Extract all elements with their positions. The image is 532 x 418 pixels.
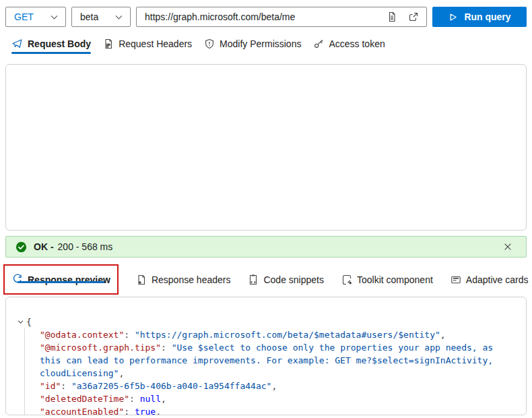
run-query-button[interactable]: Run query [432, 7, 527, 27]
code-text: "@odata.context": "https://graph.microso… [26, 328, 446, 341]
card-icon [451, 274, 461, 285]
url-input[interactable]: https://graph.microsoft.com/beta/me [136, 7, 427, 27]
play-icon [448, 12, 458, 22]
code-line: "@microsoft.graph.tips": "Use $select to… [17, 341, 519, 354]
tab-response-headers[interactable]: Response headers [136, 274, 231, 285]
key-icon [313, 38, 324, 49]
document-dot-icon [136, 274, 147, 285]
url-value: https://graph.microsoft.com/beta/me [145, 11, 379, 22]
code-line: "deletedDateTime": null, [17, 392, 519, 405]
wrench-document-icon [341, 274, 352, 285]
code-gutter [17, 380, 26, 392]
response-tabs: Response preview Response headers Code s… [5, 264, 527, 295]
status-detail: 200 - 568 ms [58, 241, 113, 252]
tab-label: Adaptive cards [466, 274, 529, 285]
code-line: "accountEnabled": true, [17, 405, 519, 415]
version-dropdown[interactable]: beta [71, 7, 131, 27]
send-icon [11, 38, 23, 49]
close-icon[interactable] [499, 238, 517, 256]
code-document-icon [248, 274, 259, 285]
shield-icon [204, 38, 215, 49]
tab-access-token[interactable]: Access token [307, 31, 391, 56]
document-icon[interactable] [383, 8, 401, 26]
annotation-box: Response preview [3, 264, 119, 295]
run-query-label: Run query [464, 11, 510, 22]
tab-code-snippets[interactable]: Code snippets [248, 274, 324, 285]
curved-arrow-icon [11, 274, 23, 285]
chevron-down-icon [50, 13, 59, 22]
document-grid-icon [103, 38, 114, 49]
method-label: GET [14, 11, 34, 22]
code-line: { [17, 316, 519, 328]
code-gutter [17, 367, 26, 380]
code-text: this can lead to performance improvement… [26, 354, 493, 367]
code-line: cloudLicensing", [17, 367, 519, 380]
tab-modify-permissions[interactable]: Modify Permissions [198, 31, 307, 56]
code-line: "id": "a36a7205-6f5b-406b-a040-1a954ffa4… [17, 380, 519, 392]
tab-toolkit-component[interactable]: Toolkit component [341, 274, 433, 285]
code-gutter [17, 354, 26, 367]
share-icon[interactable] [405, 8, 422, 26]
tab-label: Request Headers [119, 38, 192, 49]
fold-chevron-icon[interactable] [17, 316, 26, 328]
tab-label: Modify Permissions [220, 38, 301, 49]
code-gutter [17, 392, 26, 405]
request-body-editor[interactable] [5, 64, 527, 231]
status-bar: OK - 200 - 568 ms [5, 236, 527, 258]
version-label: beta [80, 11, 98, 22]
code-text: "@microsoft.graph.tips": "Use $select to… [26, 341, 493, 354]
tab-label: Response preview [28, 274, 110, 285]
tab-request-body[interactable]: Request Body [5, 31, 97, 56]
tab-label: Response headers [152, 274, 231, 285]
code-lines: {"@odata.context": "https://graph.micros… [6, 297, 526, 415]
tab-response-preview[interactable]: Response preview [11, 274, 110, 285]
tab-label: Code snippets [263, 274, 324, 285]
code-text: "deletedDateTime": null, [26, 392, 166, 405]
tab-label: Toolkit component [357, 274, 433, 285]
code-text: cloudLicensing", [26, 367, 124, 380]
tab-label: Access token [329, 38, 385, 49]
tab-request-headers[interactable]: Request Headers [97, 31, 198, 56]
tab-label: Request Body [28, 38, 91, 49]
query-toolbar: GET beta https://graph.microsoft.com/bet… [0, 0, 532, 27]
success-check-icon [15, 241, 27, 253]
code-text: "accountEnabled": true, [26, 405, 161, 415]
method-dropdown[interactable]: GET [5, 7, 66, 27]
status-code-label: OK - [34, 241, 54, 252]
code-gutter [17, 341, 26, 354]
code-gutter [17, 328, 26, 341]
request-tabs: Request Body Request Headers Modify Perm… [0, 27, 532, 56]
code-text: "id": "a36a7205-6f5b-406b-a040-1a954ffa4… [26, 380, 277, 392]
response-preview-panel[interactable]: {"@odata.context": "https://graph.micros… [5, 297, 527, 415]
code-gutter [17, 405, 26, 415]
expand-icon[interactable] [528, 271, 532, 289]
code-text: { [26, 316, 32, 328]
tab-adaptive-cards[interactable]: Adaptive cards [451, 274, 529, 285]
chevron-down-icon [114, 13, 123, 22]
code-line: "@odata.context": "https://graph.microso… [17, 328, 519, 341]
code-line: this can lead to performance improvement… [17, 354, 519, 367]
